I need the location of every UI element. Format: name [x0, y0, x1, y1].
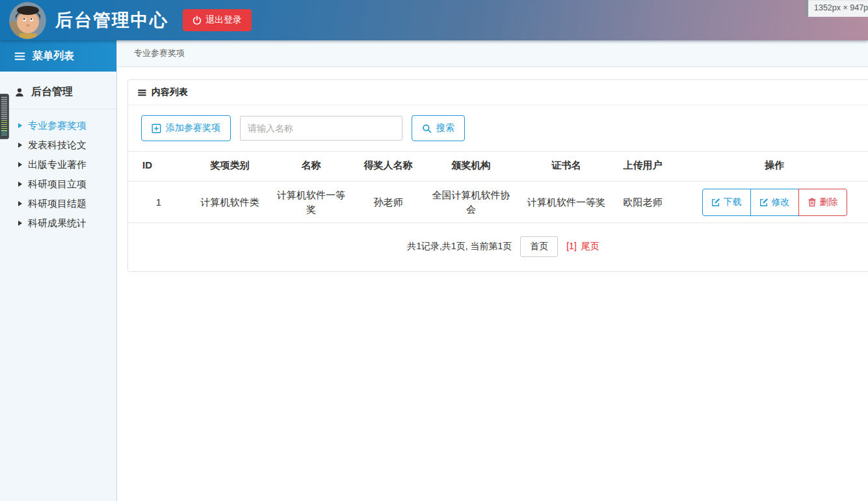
- ruler-widget[interactable]: [0, 94, 9, 139]
- search-button[interactable]: 搜索: [412, 115, 465, 141]
- avatar: [9, 2, 46, 39]
- sidebar-item-publish-books[interactable]: 出版专业著作: [0, 155, 116, 174]
- last-page-link[interactable]: 尾页: [581, 241, 599, 252]
- logout-label: 退出登录: [205, 14, 242, 26]
- panel-title: 内容列表: [151, 87, 188, 98]
- main-content: 内容列表 添加参赛奖项 搜索: [118, 67, 868, 501]
- hamburger-icon: [137, 88, 147, 98]
- breadcrumb: 专业参赛奖项: [118, 40, 868, 67]
- user-icon: [14, 87, 25, 98]
- col-header-certificate: 证书名: [518, 152, 615, 181]
- app-title: 后台管理中心: [55, 8, 168, 32]
- sidebar-item-label: 科研成果统计: [28, 217, 86, 230]
- col-header-id: ID: [128, 152, 189, 181]
- list-icon: [14, 51, 25, 62]
- cell-category: 计算机软件类: [189, 181, 270, 223]
- modify-button[interactable]: 修改: [750, 189, 799, 216]
- sidebar-item-label: 专业参赛奖项: [28, 120, 86, 132]
- caret-right-icon: [18, 142, 22, 148]
- caret-right-icon: [18, 162, 22, 167]
- ruler-ticks: [1, 97, 7, 120]
- delete-button[interactable]: 删除: [798, 189, 847, 216]
- cell-winner: 孙老师: [352, 181, 425, 223]
- sidebar-section-label: 后台管理: [31, 85, 73, 99]
- sidebar-item-achievement-stats[interactable]: 科研成果统计: [0, 213, 116, 233]
- sidebar-item-label: 科研项目立项: [28, 178, 86, 191]
- ruler-ticks-green: [1, 120, 7, 131]
- search-icon: [422, 124, 432, 133]
- sidebar-item-project-approval[interactable]: 科研项目立项: [0, 174, 116, 194]
- add-award-button[interactable]: 添加参赛奖项: [141, 115, 231, 141]
- col-header-category: 奖项类别: [189, 152, 270, 181]
- col-header-name: 名称: [270, 152, 352, 181]
- modify-label: 修改: [772, 196, 790, 208]
- col-header-uploader: 上传用户: [615, 152, 670, 181]
- download-button[interactable]: 下载: [702, 189, 751, 216]
- pencil-square-icon: [759, 198, 769, 207]
- plus-square-icon: [151, 124, 161, 133]
- awards-table: ID 奖项类别 名称 得奖人名称 颁奖机构 证书名 上传用户 操作 1 计算机软…: [128, 151, 868, 223]
- breadcrumb-label: 专业参赛奖项: [134, 47, 185, 59]
- sidebar-section-admin[interactable]: 后台管理: [0, 72, 116, 109]
- pagination-summary: 共1记录,共1页, 当前第1页: [407, 241, 512, 252]
- sidebar-item-label: 科研项目结题: [28, 198, 86, 210]
- logout-button[interactable]: 退出登录: [183, 9, 252, 31]
- cell-actions: 下载 修改: [670, 181, 868, 223]
- sidebar-item-label: 发表科技论文: [28, 139, 86, 152]
- cell-organization: 全国计算机软件协会: [425, 181, 518, 223]
- cell-uploader: 欧阳老师: [615, 181, 670, 223]
- col-header-winner: 得奖人名称: [352, 152, 425, 181]
- pagination: 共1记录,共1页, 当前第1页 首页 [1] 尾页: [128, 223, 868, 271]
- table-row: 1 计算机软件类 计算机软件一等奖 孙老师 全国计算机软件协会 计算机软件一等奖…: [128, 181, 868, 223]
- caret-right-icon: [18, 123, 22, 128]
- caret-right-icon: [18, 182, 22, 187]
- sidebar-menu: 专业参赛奖项 发表科技论文 出版专业著作 科研项目立项 科研项目结题 科研成果统…: [0, 109, 116, 233]
- search-label: 搜索: [436, 122, 454, 134]
- sidebar-item-project-completion[interactable]: 科研项目结题: [0, 194, 116, 213]
- power-icon: [192, 16, 202, 25]
- download-label: 下载: [724, 196, 742, 208]
- first-page-button[interactable]: 首页: [520, 236, 558, 257]
- current-page-link[interactable]: [1]: [566, 241, 577, 252]
- toolbar: 添加参赛奖项 搜索: [128, 105, 868, 151]
- trash-icon: [808, 198, 817, 207]
- pencil-square-icon: [711, 198, 720, 207]
- sidebar-item-contest-awards[interactable]: 专业参赛奖项: [0, 116, 116, 135]
- window-size-label: 1352px × 947px: [808, 0, 868, 17]
- cell-id: 1: [128, 181, 189, 223]
- search-input[interactable]: [240, 116, 402, 141]
- col-header-actions: 操作: [670, 152, 868, 181]
- pagination-links: [1] 尾页: [566, 241, 599, 252]
- cell-name: 计算机软件一等奖: [270, 181, 352, 223]
- add-award-label: 添加参赛奖项: [166, 122, 220, 134]
- sidebar-item-publish-papers[interactable]: 发表科技论文: [0, 135, 116, 155]
- sidebar-menu-header-label: 菜单列表: [33, 49, 74, 63]
- window-size-indicator: 1352px × 947px: [805, 0, 868, 17]
- panel-header: 内容列表: [128, 80, 868, 105]
- content-panel: 内容列表 添加参赛奖项 搜索: [127, 79, 868, 272]
- delete-label: 删除: [820, 196, 838, 208]
- caret-right-icon: [18, 201, 22, 206]
- table-header-row: ID 奖项类别 名称 得奖人名称 颁奖机构 证书名 上传用户 操作: [128, 152, 868, 181]
- sidebar: 菜单列表 后台管理 专业参赛奖项 发表科技论文 出版专业著作 科研项目立项 科研…: [0, 40, 117, 501]
- sidebar-menu-header: 菜单列表: [0, 40, 116, 72]
- app-header: 后台管理中心 退出登录: [0, 0, 868, 40]
- ruler-ticks-cyan: [1, 131, 7, 136]
- sidebar-item-label: 出版专业著作: [28, 159, 86, 171]
- caret-right-icon: [18, 221, 22, 226]
- col-header-organization: 颁奖机构: [425, 152, 518, 181]
- cell-certificate: 计算机软件一等奖: [518, 181, 615, 223]
- action-button-group: 下载 修改: [702, 189, 847, 216]
